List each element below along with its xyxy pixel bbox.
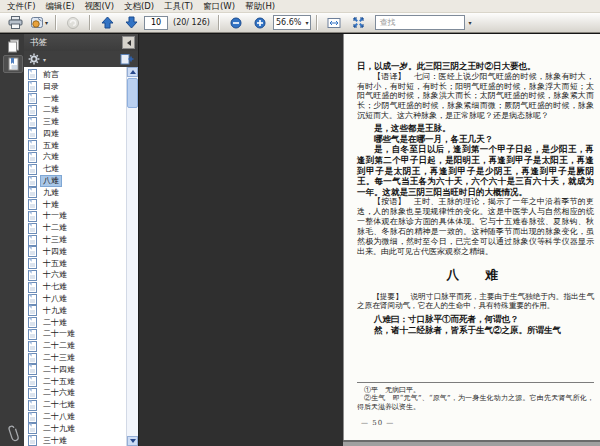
document-paragraph: 日，以成一岁。此三阳三阴之王时②日大要也。	[357, 61, 594, 72]
menu-item[interactable]: 视图(V)	[80, 0, 119, 12]
bookmark-item[interactable]: 二十难	[26, 317, 125, 329]
bookmark-item[interactable]: 四难	[26, 128, 125, 140]
zoom-level-select[interactable]: 56.6% ▾	[273, 15, 311, 30]
bookmark-item[interactable]: 十二难	[26, 222, 125, 234]
bookmark-item[interactable]: 一难	[26, 93, 125, 105]
bookmark-item[interactable]: 十难	[26, 199, 125, 211]
previous-page-button[interactable]	[96, 13, 118, 32]
bookmark-page-icon	[28, 105, 37, 116]
bookmark-item[interactable]: 前言	[26, 69, 125, 81]
toolbar-separator	[316, 15, 318, 30]
bookmark-label: 二十四难	[40, 364, 78, 376]
document-paragraph: 【提要】 说明寸口脉平而死，主要由于生气独绝于内。指出生气之原在肾间动气，它在人…	[357, 292, 594, 311]
bookmark-item[interactable]: 十八难	[26, 293, 125, 305]
bookmark-page-icon	[28, 305, 37, 316]
attachments-panel-button[interactable]	[3, 424, 23, 442]
bookmark-item[interactable]: 二十四难	[26, 364, 125, 376]
menu-item[interactable]: 文档(D)	[119, 0, 159, 12]
options-dropdown-caret: ▾	[43, 56, 46, 63]
bookmark-item[interactable]: 二十九难	[26, 423, 125, 435]
bookmarks-panel-button[interactable]	[3, 55, 23, 73]
panel-collapse-button[interactable]	[122, 36, 135, 49]
save-copy-dropdown-caret[interactable]: ▾	[45, 19, 48, 26]
bookmark-label: 二十三难	[40, 352, 78, 364]
document-paragraph: 是，这些都是王脉。	[357, 123, 594, 134]
find-dropdown-caret[interactable]: ▾	[468, 19, 471, 26]
bookmark-item[interactable]: 五难	[26, 140, 125, 152]
bookmark-page-icon	[28, 435, 37, 446]
bookmark-label: 五难	[40, 140, 62, 152]
bookmark-label: 二十一难	[40, 328, 78, 340]
document-paragraph: 八难曰：寸口脉平①而死者，何谓也？	[357, 314, 594, 325]
menu-item[interactable]: 窗口(W)	[198, 0, 240, 12]
bookmark-item[interactable]: 二十八难	[26, 411, 125, 423]
bookmark-item[interactable]: 七难	[26, 163, 125, 175]
bookmark-label: 十六难	[40, 269, 70, 281]
bookmark-item[interactable]: 十七难	[26, 281, 125, 293]
bookmark-item[interactable]: 三十难	[26, 435, 125, 446]
bookmark-page-icon	[28, 376, 37, 387]
bookmarks-scrollbar[interactable]	[126, 67, 138, 446]
bookmarks-options-button[interactable]: ▾	[28, 53, 46, 65]
bookmark-item[interactable]: 二十六难	[26, 388, 125, 400]
bookmark-item[interactable]: 六难	[26, 152, 125, 164]
bookmark-label: 二十七难	[40, 399, 78, 411]
bookmark-label: 八难	[40, 175, 62, 187]
bookmark-item[interactable]: 十九难	[26, 305, 125, 317]
footnote-separator	[357, 382, 594, 383]
bookmark-page-icon	[28, 388, 37, 399]
bookmark-label: 二十五难	[40, 376, 78, 388]
scroll-down-arrow[interactable]	[127, 436, 138, 446]
footnote-line: ①平 无病曰平。	[357, 386, 594, 395]
menu-item[interactable]: 帮助(H)	[240, 0, 280, 12]
zoom-out-button[interactable]	[225, 13, 247, 32]
page-number-input[interactable]	[144, 16, 168, 30]
scroll-up-arrow[interactable]	[127, 67, 138, 77]
save-copy-button[interactable]: ▾	[28, 13, 50, 32]
bookmarks-toolbar: ▾	[24, 51, 138, 67]
bookmark-item[interactable]: 十一难	[26, 211, 125, 223]
bookmark-item[interactable]: 目录	[26, 81, 125, 93]
bookmark-item[interactable]: 二十二难	[26, 340, 125, 352]
bookmark-item[interactable]: 二十五难	[26, 376, 125, 388]
scrollbar-thumb[interactable]	[127, 78, 138, 108]
attachments-paperclip-icon	[5, 423, 22, 443]
menu-item[interactable]: 工具(T)	[159, 0, 198, 12]
print-button[interactable]	[4, 13, 26, 32]
bookmark-label: 二十难	[40, 317, 70, 329]
bookmark-item[interactable]: 九难	[26, 187, 125, 199]
fit-width-button[interactable]	[323, 13, 345, 32]
bookmark-item[interactable]: 十三难	[26, 234, 125, 246]
menu-item[interactable]: 编辑(E)	[41, 0, 80, 12]
expand-bookmark-button[interactable]	[120, 53, 134, 65]
previous-view-icon	[66, 16, 80, 30]
toolbar-separator	[55, 15, 57, 30]
zoom-in-button[interactable]	[249, 13, 271, 32]
bookmark-page-icon	[28, 199, 37, 210]
bookmark-item[interactable]: 十五难	[26, 258, 125, 270]
bookmark-page-icon	[28, 235, 37, 246]
bookmark-item[interactable]: 十四难	[26, 246, 125, 258]
fit-page-button[interactable]	[347, 13, 369, 32]
pages-panel-button[interactable]	[3, 37, 23, 55]
bookmark-label: 目录	[40, 81, 62, 93]
bookmark-item[interactable]: 三难	[26, 116, 125, 128]
bookmark-item[interactable]: 二十一难	[26, 329, 125, 341]
bookmark-item[interactable]: 二十七难	[26, 399, 125, 411]
menu-item[interactable]: 文件(F)	[2, 0, 41, 12]
bookmark-item[interactable]: 八难	[26, 175, 125, 187]
find-input[interactable]	[375, 15, 465, 30]
next-page-button[interactable]	[120, 13, 142, 32]
bookmark-item[interactable]: 二十三难	[26, 352, 125, 364]
printed-page-number: — 50 —	[357, 419, 594, 427]
bookmark-item[interactable]: 十六难	[26, 270, 125, 282]
document-page: 日，以成一岁。此三阳三阴之王时②日大要也。【语译】 七问：医经上说少阳气旺盛的时…	[343, 34, 600, 440]
bookmark-label: 十一难	[40, 210, 70, 222]
save-copy-icon	[30, 16, 44, 29]
options-gear-icon	[28, 53, 41, 65]
bookmark-item[interactable]: 二难	[26, 104, 125, 116]
page-footer: ①平 无病曰平。②生气 即“元气”、“原气”，为一身生化动力之源。它由先天肾气所…	[357, 382, 594, 427]
bookmark-page-icon	[28, 140, 37, 151]
bookmark-page-icon	[28, 258, 37, 269]
document-text: 日，以成一岁。此三阳三阴之王时②日大要也。【语译】 七问：医经上说少阳气旺盛的时…	[344, 34, 600, 335]
